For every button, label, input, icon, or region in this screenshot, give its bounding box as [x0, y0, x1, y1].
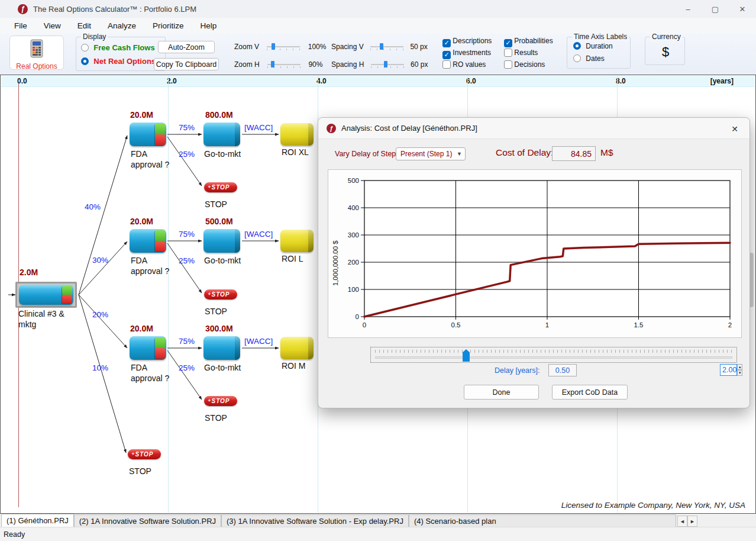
stop-node[interactable]: ✦STOP	[204, 289, 237, 300]
dialog-close-icon[interactable]: ✕	[728, 123, 741, 136]
step-id-selected-value: Present (Step 1)	[400, 150, 452, 158]
max-delay-value[interactable]: 2.00	[720, 364, 737, 376]
currency-symbol: $	[662, 44, 669, 60]
spacing-h-slider[interactable]	[371, 61, 404, 68]
tab-scroll-right-icon[interactable]: ►	[687, 516, 697, 527]
node-label: STOP	[205, 307, 227, 317]
vertical-scrollbar[interactable]	[749, 253, 754, 307]
node-fda-approval-1[interactable]	[130, 123, 166, 146]
probability-label: 10%	[92, 363, 108, 372]
menu-prioritize[interactable]: Prioritize	[144, 19, 192, 33]
spinner-down-icon[interactable]: ▼	[737, 370, 742, 376]
checkbox-probabilities[interactable]: ✓ Probabilities	[504, 37, 553, 47]
cost-of-delay-chart: 1,000,000.00 $ 010020030040050000.511.52	[328, 169, 742, 338]
maximize-button[interactable]: ▢	[702, 0, 729, 18]
probability-label: 75%	[179, 123, 195, 132]
auto-zoom-button[interactable]: Auto-Zoom	[158, 41, 215, 53]
cylinder-cap	[235, 336, 240, 360]
step-id-dropdown[interactable]: Present (Step 1) ▼	[396, 147, 466, 160]
checkbox-descriptions[interactable]: ✓ Descriptions	[442, 37, 492, 47]
node-fda-approval-2[interactable]	[130, 229, 166, 253]
red-cube-icon	[155, 348, 165, 359]
svg-text:500: 500	[348, 177, 359, 184]
done-button[interactable]: Done	[464, 385, 539, 400]
delay-slider[interactable]	[370, 347, 737, 363]
checkbox-investments[interactable]: ✓ Investments	[442, 49, 491, 59]
node-label: Clinical #3 & mktg	[18, 309, 64, 330]
checkbox-results[interactable]: Results	[504, 49, 538, 57]
real-options-button[interactable]: Real Options	[9, 36, 64, 70]
sparkle-icon: ✦	[208, 398, 212, 403]
menu-view[interactable]: View	[35, 19, 69, 33]
sparkle-icon: ✦	[208, 185, 212, 189]
wacc-label: [WACC]	[244, 337, 273, 346]
tab-innovative-software[interactable]: (2) 1A Innovative Software Solution.PRJ	[74, 514, 221, 527]
svg-text:1.5: 1.5	[634, 321, 644, 329]
node-label: FDA approval ?	[131, 149, 169, 170]
menu-file[interactable]: File	[6, 19, 35, 33]
investment-label: 20.0M	[130, 110, 153, 120]
close-button[interactable]: ✕	[729, 0, 756, 18]
node-roi-m[interactable]	[280, 337, 314, 359]
title-bar: ƒ The Real Options Calculator™ : Portfol…	[0, 0, 756, 18]
display-group-title: Display	[81, 33, 108, 41]
cost-of-delay-value: 84.85	[552, 146, 596, 161]
node-fda-approval-3[interactable]	[130, 336, 166, 360]
node-label: ROI XL	[282, 147, 309, 158]
tab-scenario-based-plan[interactable]: (4) Scenario-based plan	[409, 514, 676, 527]
sparkle-icon: ✦	[131, 452, 135, 456]
cylinder-cap	[308, 337, 314, 359]
ruler-unit-label: [years]	[710, 77, 734, 85]
minimize-button[interactable]: –	[674, 0, 702, 18]
calculator-icon	[27, 38, 47, 59]
checkbox-decisions[interactable]: Decisions	[504, 60, 545, 69]
radio-net-real-options[interactable]: Net Real Options	[81, 57, 156, 66]
radio-duration[interactable]: Duration	[573, 42, 613, 50]
investment-label: 20.0M	[130, 217, 153, 226]
red-cube-icon	[155, 134, 165, 145]
investment-label: 300.0M	[205, 324, 233, 333]
chart-plot: 010020030040050000.511.52	[328, 170, 742, 339]
radio-dates[interactable]: Dates	[573, 54, 605, 63]
probability-label: 40%	[85, 202, 101, 211]
node-clinical-3-mktg[interactable]	[19, 285, 73, 305]
slider-track	[375, 356, 732, 359]
delay-value-field[interactable]: 0.50	[548, 364, 577, 376]
node-roi-l[interactable]	[280, 230, 314, 252]
stop-node[interactable]: ✦STOP	[204, 182, 237, 192]
zoom-v-slider[interactable]	[267, 43, 300, 50]
green-cube-icon	[62, 286, 72, 295]
tab-innovative-software-exp-delay[interactable]: (3) 1A Innovative Software Solution - Ex…	[221, 514, 409, 527]
stop-node[interactable]: ✦STOP	[204, 396, 237, 406]
cylinder-cap	[308, 123, 314, 146]
menu-edit[interactable]: Edit	[69, 19, 99, 33]
radio-icon	[573, 54, 581, 62]
max-delay-spinner[interactable]: 2.00 ▲ ▼	[720, 364, 742, 376]
stop-node[interactable]: ✦STOP	[128, 449, 161, 459]
node-roi-xl[interactable]	[280, 123, 314, 146]
dialog-logo-icon: ƒ	[327, 124, 336, 133]
svg-text:100: 100	[348, 286, 359, 293]
tab-scroll-left-icon[interactable]: ◄	[677, 516, 687, 527]
checkbox-icon: ✓	[442, 39, 451, 47]
menu-help[interactable]: Help	[192, 19, 225, 33]
node-go-to-mkt-2[interactable]	[203, 229, 240, 253]
menu-analyze[interactable]: Analyze	[99, 19, 144, 33]
spacing-v-value: 50 px	[410, 43, 427, 51]
checkbox-ro-values[interactable]: RO values	[442, 60, 486, 69]
export-cod-data-button[interactable]: Export CoD Data	[552, 385, 628, 400]
spacing-v-slider[interactable]	[370, 43, 403, 50]
zoom-h-slider[interactable]	[267, 61, 301, 68]
copy-to-clipboard-button[interactable]: Copy To Clipboard	[154, 58, 219, 70]
checkbox-icon	[504, 60, 512, 69]
node-go-to-mkt-1[interactable]	[203, 123, 240, 146]
green-cube-icon	[155, 230, 165, 241]
node-go-to-mkt-3[interactable]	[203, 336, 240, 360]
investment-label: 20.0M	[130, 324, 153, 333]
radio-free-cash-flows[interactable]: Free Cash Flows	[81, 43, 155, 52]
tab-genethon[interactable]: (1) Généthon.PRJ	[1, 514, 74, 527]
dialog-title-bar[interactable]: ƒ Analysis: Cost of Delay [Généthon.PRJ]…	[318, 118, 749, 139]
wacc-label: [WACC]	[244, 123, 273, 132]
spinner-up-icon[interactable]: ▲	[737, 364, 742, 370]
zoom-h-label: Zoom H	[234, 60, 260, 69]
